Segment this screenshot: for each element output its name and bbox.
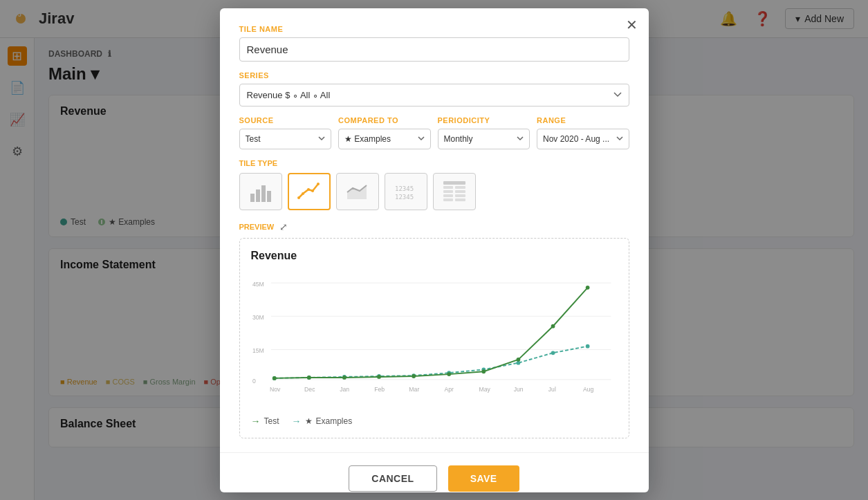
svg-point-81 xyxy=(447,372,451,376)
svg-point-77 xyxy=(306,376,311,380)
periodicity-field: PERIODICITY Monthly xyxy=(438,116,530,149)
svg-point-79 xyxy=(377,375,381,379)
svg-point-78 xyxy=(342,376,347,380)
dialog-footer: CANCEL SAVE xyxy=(220,452,649,492)
source-label: SOURCE xyxy=(239,116,332,124)
dialog-close-button[interactable]: ✕ xyxy=(626,18,638,32)
source-field: SOURCE Test xyxy=(239,116,332,149)
range-label: RANGE xyxy=(537,116,629,124)
svg-point-82 xyxy=(481,369,486,373)
table-icon xyxy=(441,178,468,205)
svg-text:Jan: Jan xyxy=(340,386,349,393)
edit-tile-dialog: ✕ TILE NAME SERIES Revenue $ ∘ All ∘ All… xyxy=(220,8,649,492)
svg-text:45M: 45M xyxy=(252,280,264,287)
range-select[interactable]: Nov 2020 - Aug ... xyxy=(537,129,629,149)
tile-type-line-button[interactable] xyxy=(288,173,331,210)
svg-rect-57 xyxy=(455,198,465,201)
tile-name-label: TILE NAME xyxy=(239,25,629,33)
cancel-button[interactable]: CANCEL xyxy=(349,465,436,492)
svg-text:Jun: Jun xyxy=(513,386,523,393)
save-button[interactable]: SAVE xyxy=(448,465,519,492)
svg-rect-54 xyxy=(443,194,453,197)
legend-test-label: Test xyxy=(264,416,279,426)
svg-text:Aug: Aug xyxy=(582,386,593,393)
svg-point-80 xyxy=(412,374,416,378)
preview-chart-area: 45M 30M 15M 0 xyxy=(251,270,618,409)
svg-text:Dec: Dec xyxy=(304,386,315,393)
area-chart-icon xyxy=(344,178,371,205)
svg-rect-38 xyxy=(256,189,260,202)
tile-type-numeric-button[interactable]: 12345 12345 xyxy=(385,173,427,210)
compared-to-select[interactable]: ★ Examples xyxy=(338,129,431,149)
svg-rect-50 xyxy=(443,186,453,189)
periodicity-label: PERIODICITY xyxy=(438,116,530,124)
legend-examples-label: Examples xyxy=(316,416,353,426)
compared-to-label: COMPARED TO xyxy=(338,116,431,124)
svg-rect-40 xyxy=(267,191,271,202)
tile-type-area-button[interactable] xyxy=(336,173,379,210)
line-chart-icon xyxy=(296,178,322,205)
dialog-body: ✕ TILE NAME SERIES Revenue $ ∘ All ∘ All… xyxy=(220,8,649,452)
preview-svg-chart: 45M 30M 15M 0 xyxy=(251,270,618,409)
range-field: RANGE Nov 2020 - Aug ... xyxy=(537,116,629,149)
bar-chart-icon xyxy=(248,178,274,205)
svg-text:Feb: Feb xyxy=(374,386,385,393)
modal-overlay: ✕ TILE NAME SERIES Revenue $ ∘ All ∘ All… xyxy=(0,0,868,500)
preview-legend: → Test → ★ Examples xyxy=(251,416,618,427)
svg-point-76 xyxy=(272,376,276,380)
svg-rect-49 xyxy=(443,181,465,185)
svg-rect-56 xyxy=(443,198,453,201)
numeric-icon: 12345 12345 xyxy=(393,178,419,205)
legend-star-icon: ★ xyxy=(305,416,313,426)
svg-rect-51 xyxy=(455,186,465,189)
tile-type-buttons: 12345 12345 xyxy=(239,173,629,210)
series-label: SERIES xyxy=(239,71,629,80)
compared-to-field: COMPARED TO ★ Examples xyxy=(338,116,431,149)
svg-point-43 xyxy=(307,188,310,191)
preview-chart-container: Revenue 45M 30M 15M 0 xyxy=(239,238,629,438)
svg-text:Apr: Apr xyxy=(444,386,454,393)
svg-text:12345: 12345 xyxy=(395,185,414,192)
svg-text:Jul: Jul xyxy=(548,386,555,393)
row-fields: SOURCE Test COMPARED TO ★ Examples PERIO… xyxy=(239,116,629,149)
preview-label: PREVIEW xyxy=(239,223,275,231)
svg-rect-52 xyxy=(443,190,453,193)
legend-examples: → ★ Examples xyxy=(292,416,353,427)
preview-chart-title: Revenue xyxy=(251,250,618,262)
tile-name-input[interactable] xyxy=(239,37,629,62)
svg-point-45 xyxy=(317,183,320,185)
svg-rect-55 xyxy=(455,194,465,197)
source-select[interactable]: Test xyxy=(239,129,332,149)
svg-text:0: 0 xyxy=(252,377,255,384)
series-select[interactable]: Revenue $ ∘ All ∘ All xyxy=(239,84,629,107)
svg-rect-39 xyxy=(261,185,266,202)
svg-text:12345: 12345 xyxy=(395,194,414,201)
svg-rect-37 xyxy=(250,194,255,202)
svg-point-85 xyxy=(585,285,589,289)
preview-header: PREVIEW ⤢ xyxy=(239,221,629,232)
tile-type-table-button[interactable] xyxy=(433,173,476,210)
tile-type-bar-button[interactable] xyxy=(239,173,282,210)
legend-test: → Test xyxy=(251,416,279,427)
svg-point-42 xyxy=(302,192,304,195)
svg-text:Nov: Nov xyxy=(269,386,280,393)
svg-point-84 xyxy=(551,324,555,328)
svg-point-44 xyxy=(311,189,314,192)
periodicity-select[interactable]: Monthly xyxy=(438,129,530,149)
svg-text:May: May xyxy=(479,386,490,393)
svg-point-83 xyxy=(516,358,520,362)
svg-text:30M: 30M xyxy=(252,314,264,321)
tile-type-label: TILE TYPE xyxy=(239,159,629,167)
svg-point-75 xyxy=(585,344,589,348)
svg-text:15M: 15M xyxy=(252,347,264,354)
svg-point-41 xyxy=(297,196,300,199)
svg-point-74 xyxy=(551,351,555,355)
svg-text:Mar: Mar xyxy=(409,386,419,393)
preview-expand-button[interactable]: ⤢ xyxy=(279,221,288,232)
svg-rect-53 xyxy=(455,190,465,193)
